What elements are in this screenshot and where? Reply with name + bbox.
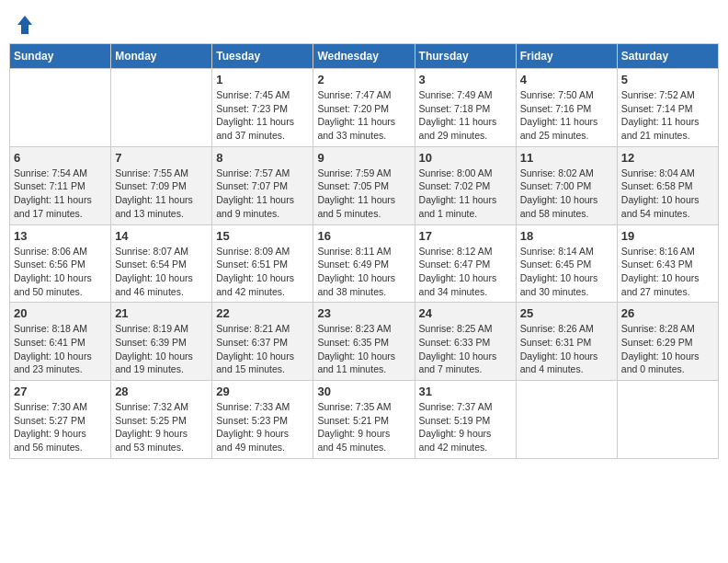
day-info: Sunrise: 8:12 AM Sunset: 6:47 PM Dayligh… xyxy=(419,245,512,299)
day-number: 25 xyxy=(520,306,613,320)
calendar-week-row: 20Sunrise: 8:18 AM Sunset: 6:41 PM Dayli… xyxy=(10,303,719,381)
day-info: Sunrise: 7:50 AM Sunset: 7:16 PM Dayligh… xyxy=(520,88,613,143)
day-info: Sunrise: 8:02 AM Sunset: 7:00 PM Dayligh… xyxy=(520,167,613,221)
day-info: Sunrise: 8:18 AM Sunset: 6:41 PM Dayligh… xyxy=(14,322,107,376)
calendar-table: SundayMondayTuesdayWednesdayThursdayFrid… xyxy=(9,43,719,459)
day-number: 9 xyxy=(317,151,410,165)
day-info: Sunrise: 7:59 AM Sunset: 7:05 PM Dayligh… xyxy=(317,167,410,221)
day-info: Sunrise: 8:14 AM Sunset: 6:45 PM Dayligh… xyxy=(520,245,613,299)
day-number: 19 xyxy=(621,229,714,243)
day-info: Sunrise: 7:33 AM Sunset: 5:23 PM Dayligh… xyxy=(216,400,309,454)
day-info: Sunrise: 7:57 AM Sunset: 7:07 PM Dayligh… xyxy=(216,167,309,221)
day-number: 8 xyxy=(216,151,309,165)
day-of-week-header: Thursday xyxy=(415,44,516,69)
day-of-week-header: Tuesday xyxy=(212,44,313,69)
day-info: Sunrise: 8:28 AM Sunset: 6:29 PM Dayligh… xyxy=(621,322,714,376)
calendar-cell xyxy=(10,69,111,147)
day-info: Sunrise: 7:47 AM Sunset: 7:20 PM Dayligh… xyxy=(317,88,410,143)
day-info: Sunrise: 8:11 AM Sunset: 6:49 PM Dayligh… xyxy=(317,245,410,299)
day-number: 26 xyxy=(621,306,714,320)
day-number: 14 xyxy=(115,229,208,243)
day-of-week-header: Wednesday xyxy=(313,44,415,69)
day-number: 27 xyxy=(14,385,107,398)
day-info: Sunrise: 8:04 AM Sunset: 6:58 PM Dayligh… xyxy=(621,167,714,221)
day-number: 7 xyxy=(115,151,208,165)
calendar-cell: 5Sunrise: 7:52 AM Sunset: 7:14 PM Daylig… xyxy=(617,69,718,147)
calendar-cell: 24Sunrise: 8:25 AM Sunset: 6:33 PM Dayli… xyxy=(415,303,516,381)
calendar-cell: 13Sunrise: 8:06 AM Sunset: 6:56 PM Dayli… xyxy=(10,224,111,303)
day-number: 15 xyxy=(216,229,309,243)
calendar-cell: 28Sunrise: 7:32 AM Sunset: 5:25 PM Dayli… xyxy=(111,381,212,459)
day-number: 2 xyxy=(317,73,410,86)
day-number: 17 xyxy=(419,229,512,243)
day-number: 24 xyxy=(419,306,512,320)
day-number: 1 xyxy=(216,73,309,86)
day-info: Sunrise: 7:54 AM Sunset: 7:11 PM Dayligh… xyxy=(14,167,107,221)
day-number: 20 xyxy=(14,306,107,320)
day-info: Sunrise: 7:35 AM Sunset: 5:21 PM Dayligh… xyxy=(317,400,410,454)
day-info: Sunrise: 7:37 AM Sunset: 5:19 PM Dayligh… xyxy=(419,400,512,454)
day-number: 12 xyxy=(621,151,714,165)
calendar-cell: 26Sunrise: 8:28 AM Sunset: 6:29 PM Dayli… xyxy=(617,303,718,381)
calendar-cell: 20Sunrise: 8:18 AM Sunset: 6:41 PM Dayli… xyxy=(10,303,111,381)
calendar-cell: 9Sunrise: 7:59 AM Sunset: 7:05 PM Daylig… xyxy=(313,146,415,224)
calendar-cell: 30Sunrise: 7:35 AM Sunset: 5:21 PM Dayli… xyxy=(313,381,415,459)
calendar-cell: 18Sunrise: 8:14 AM Sunset: 6:45 PM Dayli… xyxy=(516,224,617,303)
day-number: 31 xyxy=(419,385,512,398)
day-info: Sunrise: 8:21 AM Sunset: 6:37 PM Dayligh… xyxy=(216,322,309,376)
day-info: Sunrise: 7:45 AM Sunset: 7:23 PM Dayligh… xyxy=(216,88,309,143)
calendar-cell: 19Sunrise: 8:16 AM Sunset: 6:43 PM Dayli… xyxy=(617,224,718,303)
calendar-cell: 21Sunrise: 8:19 AM Sunset: 6:39 PM Dayli… xyxy=(111,303,212,381)
calendar-cell xyxy=(111,69,212,147)
calendar-cell xyxy=(617,381,718,459)
calendar-cell: 8Sunrise: 7:57 AM Sunset: 7:07 PM Daylig… xyxy=(212,146,313,224)
day-info: Sunrise: 7:30 AM Sunset: 5:27 PM Dayligh… xyxy=(14,400,107,454)
calendar-week-row: 6Sunrise: 7:54 AM Sunset: 7:11 PM Daylig… xyxy=(10,146,719,224)
day-of-week-header: Sunday xyxy=(10,44,111,69)
page-header xyxy=(9,9,719,36)
calendar-cell: 25Sunrise: 8:26 AM Sunset: 6:31 PM Dayli… xyxy=(516,303,617,381)
day-of-week-header: Saturday xyxy=(617,44,718,69)
day-number: 3 xyxy=(419,73,512,86)
logo-icon xyxy=(16,14,34,36)
day-info: Sunrise: 7:55 AM Sunset: 7:09 PM Dayligh… xyxy=(115,167,208,221)
day-number: 22 xyxy=(216,306,309,320)
day-number: 10 xyxy=(419,151,512,165)
logo xyxy=(14,14,34,36)
day-of-week-header: Monday xyxy=(111,44,212,69)
day-number: 21 xyxy=(115,306,208,320)
calendar-cell xyxy=(516,381,617,459)
day-info: Sunrise: 8:06 AM Sunset: 6:56 PM Dayligh… xyxy=(14,245,107,299)
calendar-cell: 4Sunrise: 7:50 AM Sunset: 7:16 PM Daylig… xyxy=(516,69,617,147)
day-info: Sunrise: 8:26 AM Sunset: 6:31 PM Dayligh… xyxy=(520,322,613,376)
day-number: 16 xyxy=(317,229,410,243)
calendar-cell: 16Sunrise: 8:11 AM Sunset: 6:49 PM Dayli… xyxy=(313,224,415,303)
calendar-cell: 14Sunrise: 8:07 AM Sunset: 6:54 PM Dayli… xyxy=(111,224,212,303)
day-of-week-header: Friday xyxy=(516,44,617,69)
day-info: Sunrise: 8:09 AM Sunset: 6:51 PM Dayligh… xyxy=(216,245,309,299)
day-number: 23 xyxy=(317,306,410,320)
day-number: 28 xyxy=(115,385,208,398)
calendar-cell: 2Sunrise: 7:47 AM Sunset: 7:20 PM Daylig… xyxy=(313,69,415,147)
calendar-header-row: SundayMondayTuesdayWednesdayThursdayFrid… xyxy=(10,44,719,69)
day-info: Sunrise: 7:52 AM Sunset: 7:14 PM Dayligh… xyxy=(621,88,714,143)
day-info: Sunrise: 7:49 AM Sunset: 7:18 PM Dayligh… xyxy=(419,88,512,143)
calendar-week-row: 27Sunrise: 7:30 AM Sunset: 5:27 PM Dayli… xyxy=(10,381,719,459)
day-number: 6 xyxy=(14,151,107,165)
calendar-week-row: 13Sunrise: 8:06 AM Sunset: 6:56 PM Dayli… xyxy=(10,224,719,303)
day-number: 30 xyxy=(317,385,410,398)
svg-marker-0 xyxy=(17,16,32,34)
calendar-cell: 29Sunrise: 7:33 AM Sunset: 5:23 PM Dayli… xyxy=(212,381,313,459)
day-number: 4 xyxy=(520,73,613,86)
calendar-cell: 1Sunrise: 7:45 AM Sunset: 7:23 PM Daylig… xyxy=(212,69,313,147)
day-number: 18 xyxy=(520,229,613,243)
calendar-cell: 11Sunrise: 8:02 AM Sunset: 7:00 PM Dayli… xyxy=(516,146,617,224)
calendar-cell: 15Sunrise: 8:09 AM Sunset: 6:51 PM Dayli… xyxy=(212,224,313,303)
calendar-cell: 22Sunrise: 8:21 AM Sunset: 6:37 PM Dayli… xyxy=(212,303,313,381)
day-number: 13 xyxy=(14,229,107,243)
day-info: Sunrise: 8:23 AM Sunset: 6:35 PM Dayligh… xyxy=(317,322,410,376)
calendar-cell: 31Sunrise: 7:37 AM Sunset: 5:19 PM Dayli… xyxy=(415,381,516,459)
calendar-cell: 10Sunrise: 8:00 AM Sunset: 7:02 PM Dayli… xyxy=(415,146,516,224)
day-number: 29 xyxy=(216,385,309,398)
day-info: Sunrise: 8:00 AM Sunset: 7:02 PM Dayligh… xyxy=(419,167,512,221)
